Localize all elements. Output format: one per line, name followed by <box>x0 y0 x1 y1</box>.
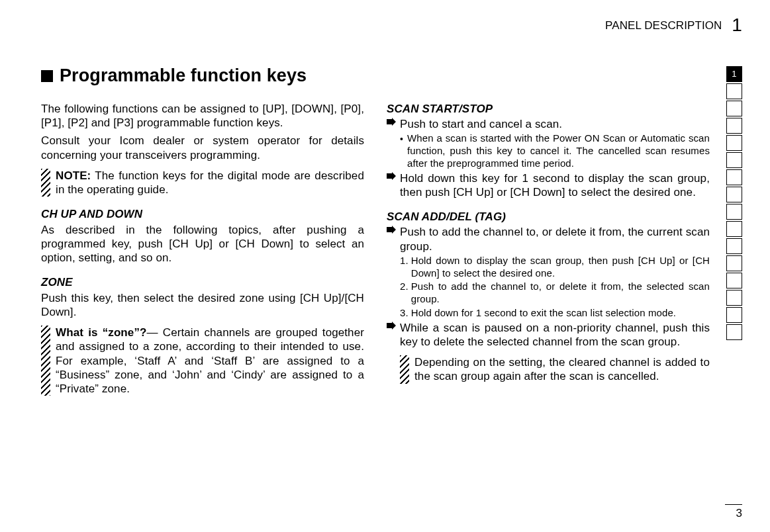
zone-whatis-label: What is “zone”? <box>56 326 147 339</box>
arrow-icon <box>387 118 396 126</box>
zone-whatis-text: What is “zone”?— Certain channels are gr… <box>56 326 364 396</box>
step-number: 2. <box>400 281 409 293</box>
step-number: 1. <box>400 255 409 267</box>
tag-note-block: Depending on the setting, the cleared ch… <box>400 355 710 384</box>
chapter-tab-3 <box>726 101 742 116</box>
scan-arrow-item-2: Hold down this key for 1 second to displ… <box>387 171 710 200</box>
chapter-tab-7 <box>726 169 742 185</box>
note-label: NOTE: <box>56 169 91 182</box>
scan-bullet-item: • When a scan is started with the Power … <box>400 132 710 169</box>
scan-arrow-item-1: Push to start and cancel a scan. <box>387 117 710 131</box>
arrow-icon <box>387 172 396 180</box>
svg-marker-1 <box>387 172 396 180</box>
tag-arrow-text-2: While a scan is paused on a non-priority… <box>400 321 710 349</box>
step-number: 3. <box>400 307 409 320</box>
svg-marker-2 <box>387 226 396 234</box>
tag-step-text-1: Hold down to display the scan group, the… <box>411 255 710 280</box>
chapter-tab-5 <box>726 135 742 151</box>
note-block: NOTE: The function keys for the digital … <box>41 169 364 197</box>
tag-arrow-item-2: While a scan is paused on a non-priority… <box>387 321 710 349</box>
tag-arrow-item-1: Push to add the channel to, or delete it… <box>387 225 710 253</box>
chapter-tab-16 <box>726 324 742 340</box>
ch-up-down-text: As described in the following topics, af… <box>41 223 364 265</box>
page-number: 3 <box>725 504 742 520</box>
chapter-tab-2 <box>726 83 742 99</box>
chapter-tab-10 <box>726 221 742 237</box>
scan-arrow-text-2: Hold down this key for 1 second to displ… <box>400 171 710 200</box>
note-text: NOTE: The function keys for the digital … <box>56 169 364 197</box>
chapter-tab-12 <box>726 255 742 271</box>
section-title: PANEL DESCRIPTION <box>605 19 722 32</box>
chapter-tab-14 <box>726 290 742 306</box>
page-header: PANEL DESCRIPTION 1 <box>605 19 742 37</box>
chapter-tab-8 <box>726 187 742 202</box>
arrow-icon <box>387 322 396 330</box>
scan-start-stop-heading: SCAN START/STOP <box>387 102 710 116</box>
tag-note-text: Depending on the setting, the cleared ch… <box>414 355 710 384</box>
bullet-icon: • <box>400 134 403 146</box>
scan-add-del-heading: SCAN ADD/DEL (TAG) <box>387 210 710 224</box>
tag-step-2: 2. Push to add the channel to, or delete… <box>400 281 710 306</box>
hatch-icon <box>400 355 409 384</box>
svg-marker-0 <box>387 118 396 126</box>
chapter-tab-13 <box>726 273 742 288</box>
two-column-layout: The following functions can be assigned … <box>41 102 710 403</box>
scan-bullet-text: When a scan is started with the Power ON… <box>407 132 710 169</box>
chapter-number: 1 <box>732 16 742 34</box>
intro-paragraph-2: Consult your Icom dealer or system opera… <box>41 134 364 162</box>
note-body: The function keys for the digital mode a… <box>56 169 364 196</box>
zone-text: Push this key, then select the desired z… <box>41 291 364 320</box>
chapter-tab-6 <box>726 152 742 168</box>
right-column: SCAN START/STOP Push to start and cancel… <box>387 102 710 403</box>
tag-step-1: 1. Hold down to display the scan group, … <box>400 255 710 280</box>
chapter-tab-4 <box>726 118 742 134</box>
hatch-icon <box>41 169 50 197</box>
tag-step-3: 3. Hold down for 1 second to exit the sc… <box>400 307 710 320</box>
tag-step-text-2: Push to add the channel to, or delete it… <box>411 281 710 306</box>
tag-arrow-text-1: Push to add the channel to, or delete it… <box>400 225 710 253</box>
scan-arrow-text-1: Push to start and cancel a scan. <box>400 117 562 131</box>
chapter-tab-9 <box>726 204 742 220</box>
arrow-icon <box>387 226 396 234</box>
tag-step-text-3: Hold down for 1 second to exit the scan … <box>411 307 676 320</box>
zone-heading: ZONE <box>41 275 364 289</box>
square-marker-icon <box>41 70 53 82</box>
ch-up-down-heading: CH UP AND DOWN <box>41 207 364 221</box>
chapter-tab-15 <box>726 307 742 323</box>
chapter-tab-1: 1 <box>726 66 742 82</box>
chapter-tab-stack: 1 <box>726 66 742 341</box>
chapter-tab-11 <box>726 238 742 254</box>
left-column: The following functions can be assigned … <box>41 102 364 403</box>
zone-whatis-block: What is “zone”?— Certain channels are gr… <box>41 326 364 396</box>
intro-paragraph-1: The following functions can be assigned … <box>41 102 364 130</box>
main-heading-text: Programmable function keys <box>60 65 307 87</box>
svg-marker-3 <box>387 322 396 330</box>
main-heading: Programmable function keys <box>41 65 742 87</box>
hatch-icon <box>41 326 50 396</box>
